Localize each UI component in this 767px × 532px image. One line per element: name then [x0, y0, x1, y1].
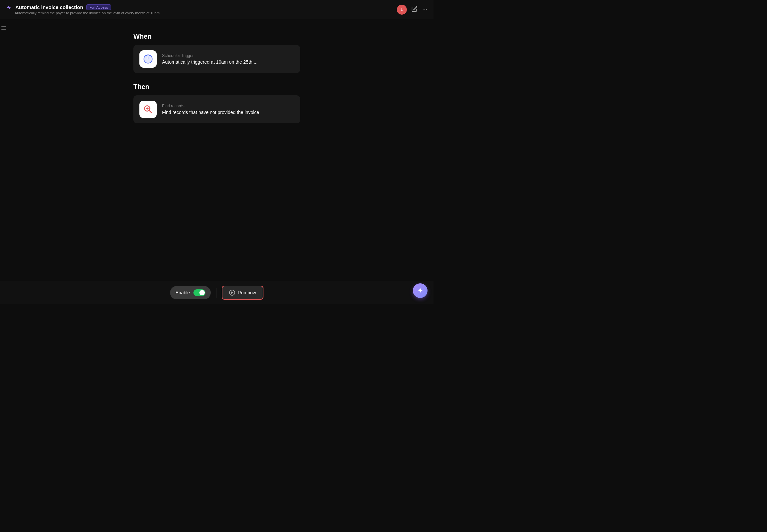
- scheduler-icon-wrapper: [139, 50, 157, 68]
- header-right: L ⋯: [397, 5, 428, 15]
- find-records-icon: [143, 104, 153, 115]
- play-circle-icon: [229, 290, 235, 296]
- edit-icon[interactable]: [412, 6, 418, 13]
- when-label: When: [133, 33, 300, 40]
- action-card-text: Find records Find records that have not …: [162, 104, 259, 115]
- play-triangle: [231, 291, 233, 294]
- app-header: Automatic invoice collection Full Access…: [0, 0, 434, 19]
- vertical-divider: [216, 288, 216, 298]
- when-section: When Scheduler Trigger Automatically tri…: [133, 33, 300, 73]
- more-options-icon[interactable]: ⋯: [422, 6, 428, 13]
- then-section: Then Find records Find records that have…: [133, 83, 300, 123]
- enable-toggle[interactable]: [193, 289, 205, 296]
- run-now-label: Run now: [238, 290, 256, 295]
- action-card-description: Find records that have not provided the …: [162, 110, 259, 115]
- fab-button[interactable]: ✦: [413, 283, 428, 298]
- trigger-card-description: Automatically triggered at 10am on the 2…: [162, 59, 257, 65]
- run-now-button[interactable]: Run now: [222, 286, 263, 300]
- trigger-card-title: Scheduler Trigger: [162, 53, 257, 58]
- header-left: Automatic invoice collection Full Access…: [6, 4, 160, 15]
- action-card[interactable]: Find records Find records that have not …: [133, 95, 300, 123]
- enable-button[interactable]: Enable: [170, 286, 211, 299]
- header-subtitle: Automatically remind the payer to provid…: [15, 11, 160, 15]
- fab-icon: ✦: [417, 286, 423, 295]
- app-title: Automatic invoice collection: [15, 4, 83, 10]
- main-content: When Scheduler Trigger Automatically tri…: [0, 19, 434, 281]
- avatar[interactable]: L: [397, 5, 407, 15]
- lightning-icon: [6, 4, 12, 10]
- sidebar-toggle[interactable]: [0, 23, 6, 33]
- trigger-card-text: Scheduler Trigger Automatically triggere…: [162, 53, 257, 65]
- action-card-title: Find records: [162, 104, 259, 108]
- access-badge: Full Access: [86, 4, 111, 10]
- header-title-row: Automatic invoice collection Full Access: [6, 4, 160, 10]
- bottom-bar: Enable Run now: [0, 281, 434, 304]
- svg-point-4: [148, 59, 149, 60]
- trigger-card[interactable]: Scheduler Trigger Automatically triggere…: [133, 45, 300, 73]
- scheduler-icon: [143, 54, 153, 64]
- then-label: Then: [133, 83, 300, 91]
- toggle-knob: [199, 290, 205, 295]
- svg-line-6: [149, 110, 151, 113]
- find-records-icon-wrapper: [139, 101, 157, 118]
- enable-label: Enable: [175, 290, 190, 295]
